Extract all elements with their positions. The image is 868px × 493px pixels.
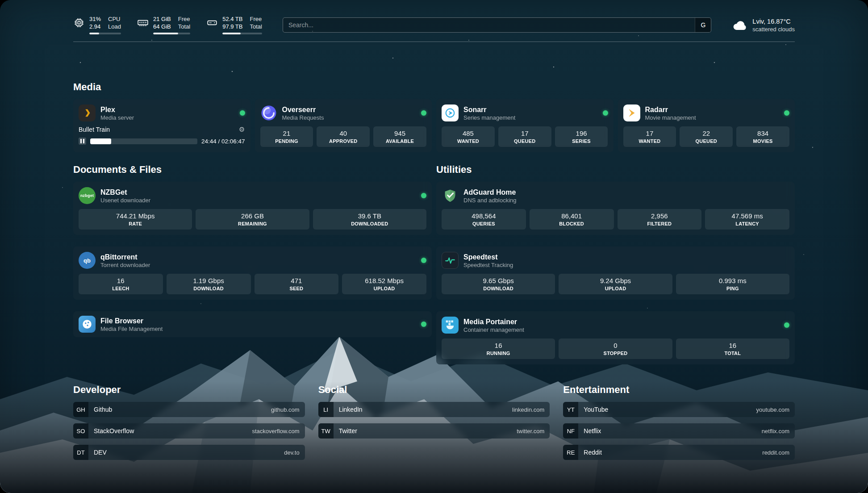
bookmark-abbr-badge: DT (73, 445, 88, 460)
filebrowser-card[interactable]: File Browser Media File Management (73, 311, 432, 337)
documents-section-title: Documents & Files (73, 164, 432, 175)
bookmark-group-social: Social LI LinkedIn linkedin.com TW Twitt… (318, 384, 550, 460)
portainer-card[interactable]: Media Portainer Container management 16R… (436, 311, 795, 364)
portainer-icon (442, 317, 459, 334)
stat-rate: 744.21 MbpsRATE (79, 209, 192, 230)
memory-total-value: 64 GiB (153, 23, 171, 30)
app-subtitle: Usenet downloader (100, 197, 150, 204)
sonarr-card[interactable]: Sonarr Series management 485WANTED 17QUE… (436, 99, 613, 152)
search-input[interactable] (283, 21, 695, 29)
status-indicator (421, 258, 426, 263)
cpu-label: CPU (108, 15, 121, 23)
stat-queued: 22QUEUED (680, 126, 733, 147)
qbittorrent-icon: qb (79, 252, 96, 269)
stat-movies: 834MOVIES (736, 126, 789, 147)
speedtest-icon (442, 252, 459, 269)
stat-approved: 40APPROVED (317, 126, 370, 147)
bookmark-twitter[interactable]: TW Twitter twitter.com (318, 423, 550, 439)
memory-free-value: 21 GiB (153, 15, 171, 23)
search-engine-button[interactable]: G (695, 18, 711, 32)
cpu-percent: 31% (89, 15, 101, 23)
plex-card[interactable]: Plex Media server Bullet Train ⚙ 24:44 /… (73, 99, 250, 152)
bookmark-name: Netflix (578, 427, 756, 435)
app-name: Speedtest (463, 253, 513, 261)
bookmark-group-title: Developer (73, 384, 305, 396)
nzbget-card[interactable]: nzbget NZBGet Usenet downloader 744.21 M… (73, 182, 432, 235)
app-subtitle: Media Requests (282, 114, 324, 121)
status-indicator (603, 110, 608, 116)
header-divider (73, 42, 795, 42)
stat-queries: 498,564QUERIES (442, 209, 526, 230)
bookmark-url: reddit.com (757, 449, 795, 456)
app-subtitle: Container management (463, 326, 524, 333)
status-indicator (784, 322, 789, 328)
speedtest-card[interactable]: Speedtest Speedtest Tracking 9.65 GbpsDO… (436, 246, 795, 300)
bookmark-abbr-badge: NF (563, 423, 578, 439)
memory-progress-bar (153, 33, 190, 34)
stat-pending: 21PENDING (260, 126, 313, 147)
dashboard-screen: 31% 2.94 CPU Load (0, 0, 868, 493)
stat-available: 945AVAILABLE (373, 126, 426, 147)
cpu-load-value: 2.94 (89, 23, 101, 30)
cpu-progress-bar (89, 33, 121, 34)
bookmark-url: youtube.com (751, 406, 795, 413)
status-indicator (421, 193, 426, 198)
bookmark-dev[interactable]: DT DEV dev.to (73, 445, 305, 460)
cpu-chip-icon (73, 17, 85, 29)
bookmark-stackoverflow[interactable]: SO StackOverflow stackoverflow.com (73, 423, 305, 439)
bookmark-linkedin[interactable]: LI LinkedIn linkedin.com (318, 402, 550, 417)
pause-button[interactable] (79, 138, 86, 145)
bookmark-netflix[interactable]: NF Netflix netflix.com (563, 423, 795, 439)
stat-download: 1.19 GbpsDOWNLOAD (167, 274, 251, 294)
memory-icon (137, 17, 149, 29)
bookmark-name: Twitter (334, 427, 512, 435)
weather-condition: scattered clouds (752, 26, 795, 33)
settings-gear-icon[interactable]: ⚙ (239, 125, 245, 134)
bookmark-name: Github (88, 406, 266, 413)
app-subtitle: Media File Management (100, 326, 163, 332)
stat-queued: 17QUEUED (498, 126, 551, 147)
app-subtitle: Media server (100, 114, 134, 121)
bookmark-abbr-badge: RE (563, 445, 578, 460)
app-subtitle: Movie management (645, 114, 696, 121)
bookmark-name: Reddit (578, 449, 757, 456)
bookmark-name: StackOverflow (88, 427, 246, 435)
app-name: AdGuard Home (463, 188, 517, 196)
app-name: Radarr (645, 105, 696, 114)
stat-filtered: 2,956FILTERED (618, 209, 702, 230)
memory-widget: 21 GiB 64 GiB Free Total (137, 15, 190, 34)
bookmark-group-title: Entertainment (563, 384, 795, 396)
cpu-load-label: Load (108, 23, 121, 30)
status-indicator (421, 110, 426, 116)
stat-ping: 0.993 msPING (676, 274, 789, 294)
app-name: Plex (100, 105, 134, 114)
bookmark-abbr-badge: YT (563, 402, 578, 417)
search-bar[interactable]: G (283, 17, 711, 33)
bookmark-name: YouTube (578, 406, 751, 413)
stat-wanted: 17WANTED (623, 126, 676, 147)
app-name: Sonarr (463, 105, 515, 114)
bookmark-url: twitter.com (511, 428, 550, 435)
adguard-card[interactable]: AdGuard Home DNS and adblocking 498,564Q… (436, 182, 795, 235)
bookmark-github[interactable]: GH Github github.com (73, 402, 305, 417)
stat-downloaded: 39.6 TBDOWNLOADED (313, 209, 426, 230)
bookmark-reddit[interactable]: RE Reddit reddit.com (563, 445, 795, 460)
stat-upload: 9.24 GbpsUPLOAD (559, 274, 672, 294)
bookmark-group-entertainment: Entertainment YT YouTube youtube.com NF … (563, 384, 795, 460)
disk-total-value: 97.9 TB (222, 23, 242, 30)
status-indicator (784, 110, 789, 116)
playback-progress-bar[interactable] (90, 138, 197, 144)
adguard-shield-icon (442, 187, 459, 204)
weather-widget: Lviv, 16.87°C scattered clouds (732, 17, 795, 33)
overseerr-card[interactable]: Overseerr Media Requests 21PENDING 40APP… (255, 99, 432, 152)
cpu-widget: 31% 2.94 CPU Load (73, 15, 121, 34)
now-playing-title: Bullet Train (79, 126, 110, 133)
bookmark-youtube[interactable]: YT YouTube youtube.com (563, 402, 795, 417)
bookmark-url: netflix.com (756, 428, 795, 435)
radarr-card[interactable]: Radarr Movie management 17WANTED 22QUEUE… (618, 99, 795, 152)
disk-progress-bar (222, 33, 262, 34)
bookmark-abbr-badge: GH (73, 402, 88, 417)
bookmark-name: DEV (88, 449, 279, 456)
qbittorrent-card[interactable]: qb qBittorrent Torrent downloader 16LEEC… (73, 246, 432, 300)
status-indicator (240, 110, 245, 116)
